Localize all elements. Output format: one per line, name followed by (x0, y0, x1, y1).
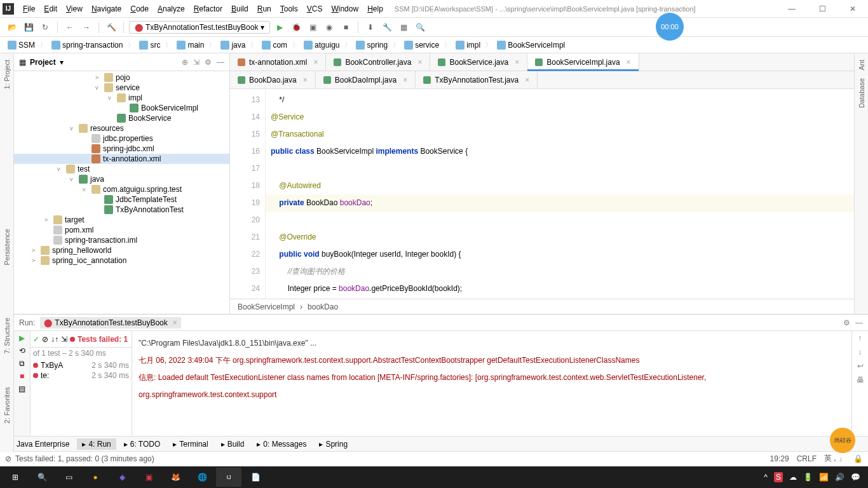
vcs-icon[interactable]: ⬇ (363, 20, 377, 34)
app-3[interactable]: ▣ (136, 468, 161, 487)
crumb-4[interactable]: java (218, 40, 248, 50)
back-icon[interactable]: ← (63, 20, 77, 34)
project-tool-tab[interactable]: 1: Project (2, 56, 12, 93)
fail-filter-icon[interactable]: ⊘ (42, 335, 48, 344)
refresh-icon[interactable]: ↻ (38, 20, 52, 34)
breadcrumb-class[interactable]: BookServiceImpl (238, 302, 295, 311)
database-tool-tab[interactable]: Database (857, 74, 867, 112)
tree-item[interactable]: BookService (14, 113, 229, 123)
tree-item[interactable]: >spring_helloworld (14, 245, 229, 255)
run-tab[interactable]: ⬤ TxByAnnotationTest.testBuyBook × (40, 317, 180, 329)
locate-icon[interactable]: ⊕ (182, 58, 188, 67)
menu-window[interactable]: Window (327, 3, 362, 15)
wrench-icon[interactable]: 🔧 (380, 20, 394, 34)
close-button[interactable]: ✕ (840, 1, 865, 17)
intellij-icon[interactable]: IJ (216, 468, 241, 487)
tree-item[interactable]: JdbcTemplateTest (14, 194, 229, 205)
tree-item[interactable]: vresources (14, 123, 229, 133)
editor-tab[interactable]: BookController.java× (326, 53, 430, 71)
tray-up-icon[interactable]: ^ (764, 473, 768, 482)
structure-icon[interactable]: ▦ (397, 20, 410, 34)
firefox-icon[interactable]: 🦊 (163, 468, 188, 487)
code-editor[interactable]: */@Service@Transactionalpublic class Boo… (266, 89, 854, 299)
crumb-6[interactable]: atguigu (301, 40, 342, 50)
tray-s-icon[interactable]: S (774, 472, 783, 482)
search-icon[interactable]: 🔍 (413, 20, 427, 34)
sort-icon[interactable]: ↓↑ (51, 335, 58, 344)
task-view-button[interactable]: ▭ (56, 468, 81, 487)
build-icon[interactable]: 🔨 (104, 20, 118, 34)
crumb-1[interactable]: spring-transaction (49, 40, 125, 50)
bottom-tab[interactable]: ▸Java Enterprise (5, 438, 74, 450)
rerun-failed-icon[interactable]: ⟲ (19, 346, 25, 355)
expand-icon[interactable]: ⇲ (61, 335, 67, 344)
tray-volume-icon[interactable]: 🔊 (835, 473, 844, 482)
editor-tab[interactable]: BookDaoImpl.java× (316, 71, 416, 88)
app-2[interactable]: ◆ (109, 468, 135, 487)
editor-tab[interactable]: BookServiceImpl.java× (527, 53, 639, 71)
stop-run-icon[interactable]: ■ (20, 372, 24, 381)
tree-item[interactable]: BookServiceImpl (14, 103, 229, 113)
rerun-icon[interactable]: ▶ (19, 334, 25, 342)
menu-edit[interactable]: Edit (40, 3, 61, 15)
tray-cloud-icon[interactable]: ☁ (789, 473, 797, 482)
tree-item[interactable]: vtest (14, 164, 229, 174)
toggle-icon[interactable]: ⧉ (19, 359, 25, 368)
stop-icon[interactable]: ■ (339, 20, 353, 34)
collapse-icon[interactable]: ⇲ (193, 58, 200, 67)
soft-wrap-icon[interactable]: ↩ (857, 362, 864, 370)
run-hide-icon[interactable]: — (855, 318, 863, 327)
bottom-tab[interactable]: ▸Build (216, 438, 250, 450)
menu-navigate[interactable]: Navigate (88, 3, 125, 15)
tree-item[interactable]: spring-transaction.iml (14, 235, 229, 245)
app-4[interactable]: 📄 (243, 468, 268, 487)
console-output[interactable]: "C:\Program Files\Java\jdk1.8.0_151\bin\… (132, 331, 851, 436)
profile-icon[interactable]: ◉ (322, 20, 336, 34)
tree-item[interactable]: >pojo (14, 72, 229, 83)
tray-notif-icon[interactable]: 💬 (851, 473, 860, 482)
tree-item[interactable]: TxByAnnotationTest (14, 205, 229, 215)
tray-battery-icon[interactable]: 🔋 (803, 473, 813, 482)
project-tree[interactable]: >pojovservicevimplBookServiceImplBookSer… (14, 71, 229, 314)
menu-file[interactable]: File (19, 3, 39, 15)
print-icon[interactable]: 🖶 (857, 376, 864, 384)
tree-item[interactable]: tx-annotation.xml (14, 154, 229, 164)
menu-refactor[interactable]: Refactor (190, 3, 226, 15)
bottom-tab[interactable]: ▸6: TODO (119, 438, 166, 450)
crumb-0[interactable]: SSM (5, 40, 37, 50)
crumb-2[interactable]: src (137, 40, 163, 50)
bottom-tab[interactable]: ▸Spring (314, 438, 353, 450)
ant-tool-tab[interactable]: Ant (857, 56, 867, 74)
run-config-selector[interactable]: ⬤ TxByAnnotationTest.testBuyBook ▾ (129, 21, 270, 34)
pass-filter-icon[interactable]: ✓ (33, 335, 39, 344)
start-button[interactable]: ⊞ (3, 468, 28, 487)
crumb-7[interactable]: spring (353, 40, 390, 50)
menu-build[interactable]: Build (227, 3, 252, 15)
run-settings-icon[interactable]: ⚙ (843, 318, 850, 327)
tree-item[interactable]: vimpl (14, 93, 229, 103)
menu-view[interactable]: View (62, 3, 86, 15)
status-encoding[interactable]: CRLF (797, 454, 817, 463)
settings-icon[interactable]: ⚙ (205, 58, 212, 67)
test-item[interactable]: te:2 s 340 ms (32, 370, 130, 381)
menu-run[interactable]: Run (254, 3, 275, 15)
tree-item[interactable]: vjava (14, 174, 229, 184)
open-icon[interactable]: 📂 (5, 20, 19, 34)
hide-icon[interactable]: — (217, 58, 224, 67)
menu-vcs[interactable]: VCS (303, 3, 327, 15)
scroll-down-icon[interactable]: ↓ (858, 348, 862, 356)
bottom-tab[interactable]: ▸4: Run (77, 438, 116, 450)
bottom-tab[interactable]: ▸Terminal (168, 438, 213, 450)
scroll-up-icon[interactable]: ↑ (858, 334, 862, 342)
run-icon[interactable]: ▶ (273, 20, 287, 34)
debug-icon[interactable]: 🐞 (289, 20, 303, 34)
crumb-9[interactable]: impl (453, 40, 483, 50)
editor-tab[interactable]: tx-annotation.xml× (230, 53, 326, 71)
tree-item[interactable]: vservice (14, 83, 229, 93)
editor-tab[interactable]: BookDao.java× (230, 71, 316, 88)
favorites-tool-tab[interactable]: 2: Favorites (2, 383, 12, 427)
chrome-icon[interactable]: 🌐 (189, 468, 215, 487)
tree-item[interactable]: jdbc.properties (14, 133, 229, 144)
crumb-8[interactable]: service (402, 40, 442, 50)
menu-tools[interactable]: Tools (276, 3, 302, 15)
